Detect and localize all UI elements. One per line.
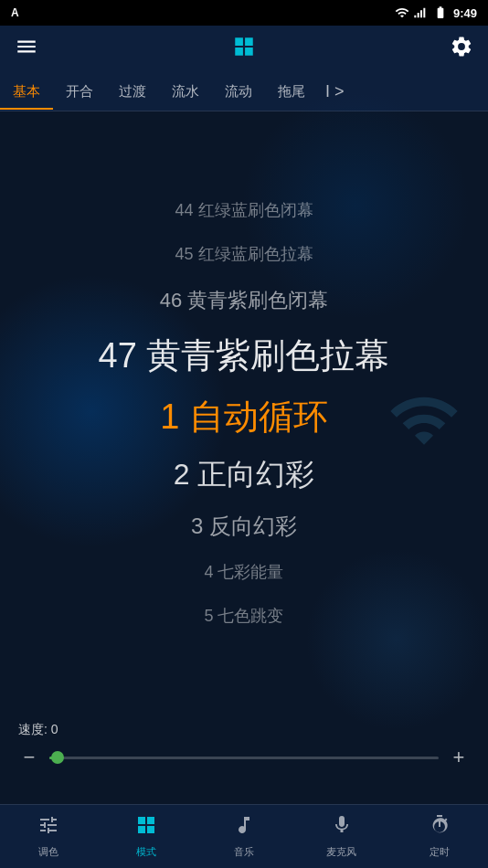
nav-item-music[interactable]: 音乐 [196, 814, 293, 859]
tab-flow[interactable]: 流水 [159, 74, 212, 110]
list-item-1-active[interactable]: 1 自动循环 [0, 386, 488, 448]
speed-plus-button[interactable]: + [448, 747, 470, 767]
menu-button[interactable] [15, 35, 38, 64]
mic-icon [331, 814, 353, 842]
list-item-4[interactable]: 4 七彩能量 [0, 550, 488, 594]
tab-more[interactable]: I > [318, 73, 352, 111]
list-item-2[interactable]: 2 正向幻彩 [0, 448, 488, 503]
nav-label-music: 音乐 [234, 845, 254, 859]
slider-row: − + [18, 744, 470, 771]
list-item-5[interactable]: 5 七色跳变 [0, 594, 488, 638]
signal-icon [413, 5, 428, 20]
nav-label-adjust: 调色 [38, 845, 58, 859]
wifi-icon [395, 5, 409, 20]
speed-label: 速度: 0 [18, 722, 470, 738]
tab-moving[interactable]: 流动 [212, 74, 265, 110]
bottom-nav: 调色 模式 音乐 麦克风 定时 [0, 804, 488, 868]
toolbar [0, 26, 488, 73]
tab-transition[interactable]: 过渡 [106, 74, 159, 110]
tab-basic[interactable]: 基本 [0, 74, 53, 110]
list-item-46[interactable]: 46 黄青紫刷色闭幕 [0, 276, 488, 325]
status-time: 9:49 [453, 6, 477, 20]
tab-tail[interactable]: 拖尾 [265, 74, 318, 110]
speed-minus-button[interactable]: − [18, 747, 40, 767]
nav-label-mic: 麦克风 [326, 845, 356, 859]
grid-icon-nav [135, 814, 157, 842]
settings-button[interactable] [450, 35, 473, 64]
timer-icon [429, 814, 451, 842]
effect-list: 44 红绿蓝刷色闭幕 45 红绿蓝刷色拉幕 46 黄青紫刷色闭幕 47 黄青紫刷… [0, 111, 488, 715]
list-item-3[interactable]: 3 反向幻彩 [0, 503, 488, 550]
list-item-44[interactable]: 44 红绿蓝刷色闭幕 [0, 188, 488, 232]
slider-thumb[interactable] [51, 751, 64, 764]
list-item-45[interactable]: 45 红绿蓝刷色拉幕 [0, 232, 488, 276]
tab-bar: 基本 开合 过渡 流水 流动 拖尾 I > [0, 73, 488, 111]
music-icon [233, 814, 255, 842]
battery-icon [431, 5, 450, 20]
speed-section: 速度: 0 − + [0, 715, 488, 771]
slider-track[interactable] [49, 757, 439, 759]
nav-item-mode[interactable]: 模式 [98, 814, 196, 859]
tab-open-close[interactable]: 开合 [53, 74, 106, 110]
list-item-47[interactable]: 47 黄青紫刷色拉幕 [0, 325, 488, 386]
nav-item-adjust[interactable]: 调色 [0, 814, 98, 859]
toolbar-grid-icon [232, 35, 256, 64]
sliders-icon [37, 814, 59, 842]
nav-label-timer: 定时 [430, 845, 450, 859]
status-app-label: A [11, 6, 19, 19]
list-container: 44 红绿蓝刷色闭幕 45 红绿蓝刷色拉幕 46 黄青紫刷色闭幕 47 黄青紫刷… [0, 188, 488, 638]
nav-item-mic[interactable]: 麦克风 [292, 814, 390, 859]
status-bar: A 9:49 [0, 0, 488, 26]
nav-item-timer[interactable]: 定时 [390, 814, 488, 859]
nav-label-mode: 模式 [136, 845, 156, 859]
status-right-group: 9:49 [395, 5, 477, 20]
